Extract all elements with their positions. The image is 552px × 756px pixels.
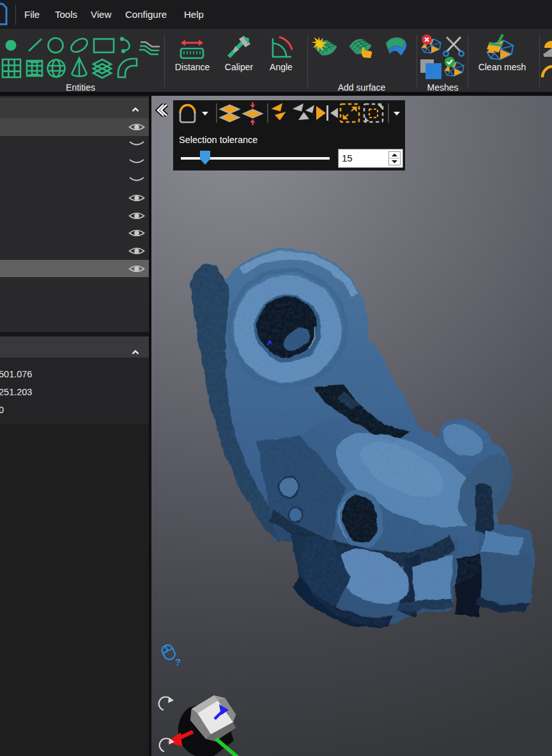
svg-text:0: 0: [0, 405, 4, 415]
svg-text:251.203: 251.203: [0, 387, 32, 397]
svg-text:501.076: 501.076: [0, 369, 32, 379]
svg-text:?: ?: [175, 656, 181, 667]
